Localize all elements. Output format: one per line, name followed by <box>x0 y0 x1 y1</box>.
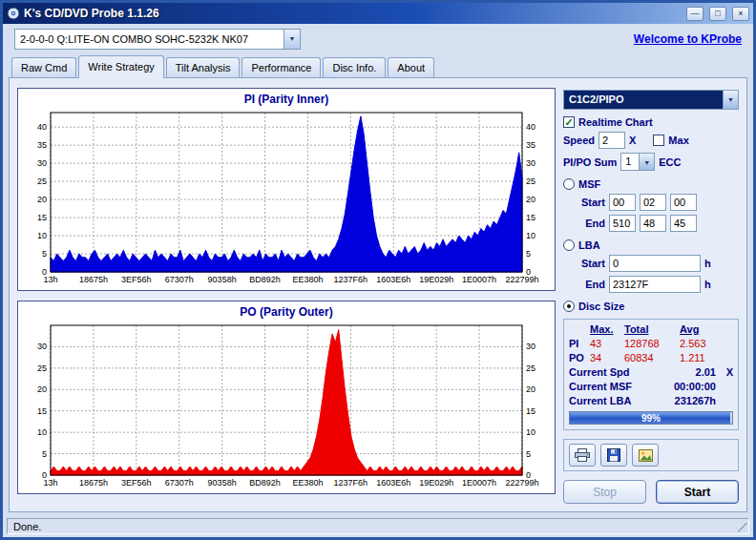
realtime-chart-checkbox[interactable]: ✓ <box>563 116 575 128</box>
max-speed-label[interactable]: Max <box>668 135 688 146</box>
status-field: Done. <box>7 518 749 534</box>
stop-button[interactable]: Stop <box>563 480 646 504</box>
po-chart: PO (Parity Outer) 0055101015152020252530… <box>17 301 556 494</box>
msf-start-frame-input[interactable] <box>670 194 697 211</box>
max-speed-checkbox[interactable] <box>653 135 664 146</box>
msf-radio[interactable] <box>563 178 575 190</box>
realtime-chart-label[interactable]: Realtime Chart <box>578 116 653 128</box>
kprobe-welcome-link[interactable]: Welcome to KProbe <box>634 32 742 46</box>
lba-start-row: Start h <box>563 255 739 272</box>
svg-text:90358h: 90358h <box>208 275 237 284</box>
app-window: K's CD/DVD Probe 1.1.26 — □ × 2-0-0-0 Q:… <box>0 0 756 540</box>
current-msf-label: Current MSF <box>569 381 674 392</box>
lba-end-input[interactable] <box>609 276 701 293</box>
tab-disc-info[interactable]: Disc Info. <box>323 57 386 77</box>
svg-text:13h: 13h <box>43 275 57 284</box>
status-bar: Done. <box>3 516 753 537</box>
svg-text:18675h: 18675h <box>79 275 108 284</box>
svg-text:40: 40 <box>37 122 47 132</box>
svg-text:EE380h: EE380h <box>292 275 323 284</box>
lba-start-input[interactable] <box>609 255 701 272</box>
svg-text:15: 15 <box>526 213 536 222</box>
speed-input[interactable] <box>598 132 625 149</box>
pi-chart-plot: 0055101015152020252530303535404013h18675… <box>22 107 551 288</box>
svg-text:15: 15 <box>37 213 47 222</box>
lba-radio[interactable] <box>563 239 575 251</box>
mode-combo[interactable]: C1C2/PIPO ▼ <box>563 90 739 110</box>
minimize-button[interactable]: — <box>686 7 704 21</box>
lba-label[interactable]: LBA <box>578 239 600 251</box>
chevron-down-icon[interactable]: ▼ <box>639 154 654 170</box>
msf-end-min-input[interactable] <box>609 215 636 232</box>
chevron-down-icon[interactable]: ▼ <box>723 91 738 109</box>
msf-start-min-input[interactable] <box>609 194 636 211</box>
stats-header-avg: Avg <box>680 323 725 335</box>
svg-text:35: 35 <box>37 140 47 150</box>
ecc-label: ECC <box>659 156 681 168</box>
tab-raw-cmd[interactable]: Raw Cmd <box>11 57 76 77</box>
app-icon <box>7 7 20 20</box>
chevron-down-icon[interactable]: ▼ <box>284 30 300 49</box>
speed-row: Speed X Max <box>563 132 739 149</box>
msf-end-frame-input[interactable] <box>670 215 697 232</box>
title-bar: K's CD/DVD Probe 1.1.26 — □ × <box>3 3 753 24</box>
close-button[interactable]: × <box>732 7 749 21</box>
stats-po-max: 34 <box>590 352 624 363</box>
pipo-sum-row: PI/PO Sum 1 ▼ ECC <box>563 153 739 171</box>
svg-text:BD892h: BD892h <box>249 275 281 284</box>
tab-about[interactable]: About <box>388 57 434 77</box>
msf-radio-row: MSF <box>563 178 739 190</box>
stats-pi-avg: 2.563 <box>680 338 725 349</box>
drive-combo[interactable]: 2-0-0-0 Q:LITE-ON COMBO SOHC-5232K NK07 … <box>14 29 301 50</box>
stats-group: Max. Total Avg PI 43 128768 2.563 PO 34 … <box>563 319 739 430</box>
msf-start-sec-input[interactable] <box>640 194 666 211</box>
current-speed-label: Current Spd <box>569 366 696 378</box>
stats-header-total: Total <box>624 323 680 335</box>
printer-icon <box>575 448 590 462</box>
svg-text:222799h: 222799h <box>505 275 538 284</box>
pipo-sum-label: PI/PO Sum <box>563 156 617 168</box>
export-image-button[interactable] <box>632 444 659 467</box>
charts-column: PI (Parity Inner) 0055101015152020252530… <box>17 88 556 504</box>
svg-text:25: 25 <box>526 177 536 186</box>
tab-write-strategy[interactable]: Write Strategy <box>78 55 164 78</box>
svg-text:67307h: 67307h <box>165 478 194 488</box>
current-speed-unit: X <box>720 366 733 378</box>
svg-text:10: 10 <box>526 231 536 240</box>
lba-end-row: End h <box>563 276 739 293</box>
current-lba-row: Current LBA 231267h <box>569 395 733 406</box>
svg-text:1603E6h: 1603E6h <box>376 478 410 488</box>
disc-size-radio-row: Disc Size <box>563 301 739 312</box>
lba-start-label: Start <box>577 258 605 269</box>
print-button[interactable] <box>569 444 596 467</box>
svg-text:10: 10 <box>37 231 47 240</box>
msf-end-sec-input[interactable] <box>640 215 666 232</box>
toolbar: 2-0-0-0 Q:LITE-ON COMBO SOHC-5232K NK07 … <box>3 24 753 54</box>
save-button[interactable] <box>600 444 627 467</box>
svg-text:40: 40 <box>526 122 536 132</box>
svg-text:10: 10 <box>37 427 47 437</box>
svg-text:67307h: 67307h <box>165 275 194 284</box>
svg-text:30: 30 <box>526 158 536 168</box>
svg-text:3EF56h: 3EF56h <box>121 478 152 488</box>
tab-tilt-analysis[interactable]: Tilt Analysis <box>166 57 241 77</box>
resize-grip[interactable] <box>738 523 747 532</box>
svg-text:20: 20 <box>37 384 47 394</box>
msf-end-row: End <box>563 215 739 232</box>
tab-performance[interactable]: Performance <box>242 57 321 77</box>
msf-start-row: Start <box>563 194 739 211</box>
pi-chart-title: PI (Parity Inner) <box>22 91 551 107</box>
svg-text:90358h: 90358h <box>208 478 237 488</box>
pipo-sum-combo[interactable]: 1 ▼ <box>620 153 655 171</box>
disc-size-label[interactable]: Disc Size <box>578 301 624 312</box>
start-button[interactable]: Start <box>656 480 739 504</box>
run-button-row: Stop Start <box>563 480 739 504</box>
status-text: Done. <box>13 521 41 532</box>
maximize-button[interactable]: □ <box>709 7 726 21</box>
disc-size-radio[interactable] <box>563 301 575 312</box>
lba-end-unit: h <box>704 279 711 290</box>
progress-label: 99% <box>570 412 732 424</box>
svg-text:222799h: 222799h <box>505 478 538 488</box>
po-chart-title: PO (Parity Outer) <box>22 303 551 320</box>
msf-label[interactable]: MSF <box>578 178 600 190</box>
